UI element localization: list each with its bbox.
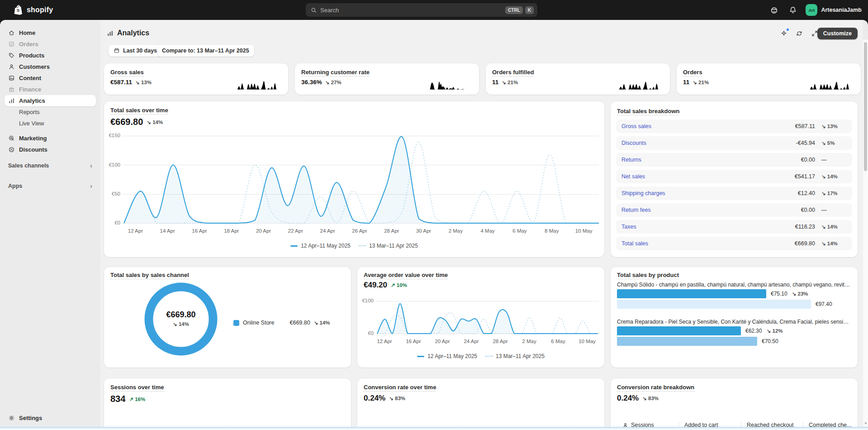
card-title: Total sales breakdown [617, 108, 679, 115]
breakdown-row-returns[interactable]: Returns €0.00 — [616, 153, 852, 167]
product-current-bar-row: €62.30 ↘ 12% [617, 326, 852, 335]
product-previous-bar-row: €97.40 [617, 300, 852, 309]
legend-previous: 13 Mar–11 Apr 2025 [359, 243, 418, 249]
shopify-bag-icon: S [14, 5, 24, 15]
product-sales-card: Total sales by product Champú Sólido - c… [611, 267, 858, 368]
current-period-bar[interactable] [617, 326, 741, 335]
sidebar-item-marketing[interactable]: Marketing [5, 133, 96, 144]
previous-period-bar[interactable] [617, 300, 811, 309]
aov-delta: ↗ 10% [391, 282, 407, 288]
product-name[interactable]: Champú Sólido - champú en pastilla, cham… [617, 282, 851, 288]
sparkline-chart [428, 78, 474, 90]
sparkline-chart [237, 78, 283, 90]
sidebar-item-finance[interactable]: Finance [5, 84, 96, 95]
sidebar-item-settings[interactable]: Settings [5, 412, 96, 424]
kbd-ctrl: CTRL [505, 6, 523, 14]
sidebar-item-analytics[interactable]: Analytics [5, 95, 96, 106]
breakdown-label[interactable]: Net sales [621, 173, 645, 180]
breakdown-row-net-sales[interactable]: Net sales €541.17 ↘ 14% [616, 170, 852, 183]
topbar: S shopify Search CTRL K Art ArtesaníaJam… [0, 0, 868, 20]
bar-value: €97.40 [816, 301, 832, 307]
product-item: Champú Sólido - champú en pastilla, cham… [617, 282, 852, 309]
metric-value: 36.36% [301, 79, 322, 86]
legend-current: 12 Apr–11 May 2025 [417, 353, 477, 359]
x-tick: 10 May [573, 339, 602, 344]
sidebar-item-reports[interactable]: Reports [5, 106, 96, 118]
breakdown-row-return-fees[interactable]: Return fees €0.00 — [616, 203, 852, 217]
chevron-right-icon: › [90, 182, 92, 190]
sidebar: HomeOrdersProductsCustomersContentFinanc… [0, 20, 100, 430]
scrollbar-down-arrow[interactable]: ▼ [864, 421, 868, 425]
store-menu[interactable]: Art ArtesaníaJamb [806, 4, 862, 16]
product-name[interactable]: Crema Reparadora - Piel Seca y Sensible,… [617, 319, 851, 325]
x-tick: 24 Apr [457, 339, 486, 344]
y-tick: €100 [359, 298, 374, 303]
sidebar-item-customers[interactable]: Customers [5, 61, 96, 72]
breakdown-value: €0.00 [801, 207, 815, 213]
donut-legend: Online Store €669.80 ↘ 14% [233, 320, 330, 326]
date-range-button[interactable]: Last 30 days [109, 45, 162, 57]
breakdown-row-shipping-charges[interactable]: Shipping charges €12.40 ↘ 17% [616, 186, 852, 200]
sidekick-button[interactable] [768, 4, 780, 16]
card-title: Average order value over time [364, 272, 448, 278]
breakdown-row-gross-sales[interactable]: Gross sales €587.11 ↘ 13% [616, 119, 852, 133]
x-tick: 16 Apr [399, 339, 428, 344]
x-axis: 12 Apr16 Apr20 Apr24 Apr28 Apr2 May6 May… [370, 339, 602, 344]
gear-icon [8, 415, 15, 421]
card-title: Total sales by product [617, 272, 679, 278]
breakdown-label[interactable]: Gross sales [621, 123, 651, 129]
breakdown-value: €669.80 [795, 240, 815, 247]
total-sales-line-chart[interactable] [124, 133, 599, 223]
insights-button[interactable] [778, 28, 790, 39]
notifications-button[interactable] [787, 4, 799, 16]
current-period-bar[interactable] [617, 289, 766, 298]
page-title: Analytics [107, 29, 149, 37]
sidebar-item-products[interactable]: Products [5, 50, 96, 61]
sidebar-item-discounts[interactable]: Discounts [5, 144, 96, 155]
sidebar-item-home[interactable]: Home [5, 27, 96, 38]
shopify-logo[interactable]: S shopify [0, 5, 53, 15]
breakdown-value: €116.23 [795, 224, 815, 230]
metric-card-orders: Orders 11↘ 21% [677, 63, 861, 95]
breakdown-label[interactable]: Total sales [621, 240, 648, 247]
bar-delta: ↘ 12% [767, 328, 783, 334]
breakdown-row-taxes[interactable]: Taxes €116.23 ↘ 14% [616, 220, 852, 234]
breakdown-label[interactable]: Discounts [621, 140, 646, 146]
scrollbar-thumb[interactable] [864, 42, 867, 171]
sidebar-item-live-view[interactable]: Live View [5, 118, 96, 129]
breakdown-rows: Gross sales €587.11 ↘ 13% Discounts -€45… [616, 119, 852, 253]
sidebar-section-sales-channels[interactable]: Sales channels› [5, 160, 96, 171]
aov-value: €49.20 [364, 281, 387, 290]
x-tick: 22 Apr [280, 228, 312, 234]
analytics-icon [107, 30, 114, 37]
x-tick: 10 May [568, 228, 600, 234]
search-icon [310, 7, 317, 14]
breakdown-row-discounts[interactable]: Discounts -€45.94 ↘ 5% [616, 136, 852, 150]
sessions-delta: ↗ 16% [129, 396, 145, 402]
compare-range-button[interactable]: Compare to: 13 Mar–11 Apr 2025 [157, 45, 254, 57]
conversion-value: 0.24% [364, 394, 385, 403]
sparkline-chart [810, 78, 855, 90]
breakdown-label[interactable]: Return fees [621, 207, 651, 213]
vertical-scrollbar[interactable]: ▼ [863, 40, 868, 430]
sidebar-section-apps[interactable]: Apps› [5, 180, 96, 191]
search-input[interactable]: Search CTRL K [306, 3, 537, 17]
notification-dot [786, 28, 789, 31]
aov-line-chart[interactable] [377, 298, 598, 334]
previous-period-bar[interactable] [617, 337, 757, 346]
customize-button[interactable]: Customize [817, 28, 858, 39]
content-surface: HomeOrdersProductsCustomersContentFinanc… [0, 20, 868, 430]
total-sales-chart-card: Total sales over time €669.80 ↘ 14% €150… [104, 101, 604, 257]
breakdown-label[interactable]: Returns [621, 157, 641, 163]
channel-value: €669.80 [289, 320, 310, 326]
product-bars: Champú Sólido - champú en pastilla, cham… [617, 282, 852, 346]
sessions-card: Sessions over time 834 ↗ 16% 60 [104, 378, 351, 430]
breakdown-row-total-sales[interactable]: Total sales €669.80 ↘ 14% [616, 237, 852, 250]
sidebar-item-orders[interactable]: Orders [5, 38, 96, 50]
funnel-value: 0.24% [617, 394, 639, 403]
sidebar-item-content[interactable]: Content [5, 72, 96, 84]
marketing-icon [8, 135, 15, 142]
breakdown-label[interactable]: Taxes [621, 224, 636, 230]
breakdown-label[interactable]: Shipping charges [621, 190, 665, 196]
refresh-button[interactable] [793, 28, 805, 39]
